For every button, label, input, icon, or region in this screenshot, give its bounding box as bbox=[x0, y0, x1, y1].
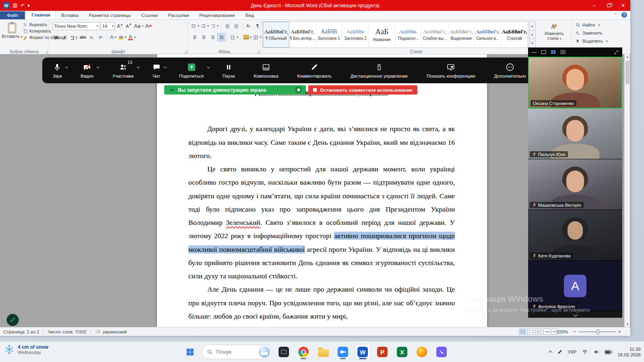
justify-icon[interactable] bbox=[217, 33, 225, 41]
tab-view[interactable]: Вид bbox=[240, 11, 259, 19]
audio-chevron-icon[interactable] bbox=[65, 66, 68, 68]
style-heading1[interactable]: АаБбВЗаголовок 1 bbox=[316, 22, 343, 47]
zoom-layout-button[interactable]: Компоновка bbox=[254, 62, 278, 78]
font-dialog-launcher-icon[interactable] bbox=[184, 50, 187, 53]
web-layout-view-icon[interactable] bbox=[535, 329, 542, 335]
subscript-button[interactable]: x₂ bbox=[88, 33, 96, 41]
style-emphasis[interactable]: АаБбВвГг,Выделение bbox=[448, 22, 475, 47]
scroll-down-icon[interactable]: ▼ bbox=[625, 323, 630, 326]
styles-scroll-up-icon[interactable]: ▲ bbox=[529, 21, 536, 31]
bold-button[interactable]: Ж bbox=[52, 33, 60, 41]
tab-home[interactable]: Главная bbox=[26, 10, 56, 19]
align-left-icon[interactable] bbox=[191, 33, 199, 41]
styles-scroll-down-icon[interactable]: ▼ bbox=[529, 31, 536, 39]
zoom-audio-button[interactable]: Звук bbox=[53, 62, 62, 78]
style-subtitle[interactable]: АаБбВв.Подзагол... bbox=[395, 22, 422, 47]
highlight-color-button[interactable]: ab▾ bbox=[118, 33, 127, 41]
zoom-remote-control-button[interactable]: Дистанционное управление bbox=[351, 62, 408, 78]
proofing-status[interactable]: украинский bbox=[95, 329, 127, 334]
weather-widget[interactable]: 4 cm of snow Wednesday bbox=[4, 344, 48, 355]
undo-icon[interactable]: ↶ bbox=[21, 3, 25, 8]
shrink-font-button[interactable]: А▼ bbox=[125, 22, 133, 30]
sort-icon[interactable]: А↓ bbox=[245, 22, 253, 30]
text-effects-button[interactable]: А▾ bbox=[109, 33, 117, 41]
clear-formatting-button[interactable]: А bbox=[144, 22, 153, 30]
share-chevron-icon[interactable] bbox=[207, 66, 210, 68]
zoom-track[interactable] bbox=[579, 331, 616, 332]
scroll-up-icon[interactable]: ▲ bbox=[625, 55, 630, 59]
font-size-select[interactable]: 14▾ bbox=[101, 22, 115, 30]
zoom-in-icon[interactable]: + bbox=[618, 329, 621, 335]
increase-indent-icon[interactable] bbox=[232, 22, 240, 30]
page-indicator[interactable]: Страница: 1 из 2 bbox=[3, 329, 39, 334]
ribbon-collapse-icon[interactable]: ⌃ bbox=[614, 12, 617, 18]
panel-expand-icon[interactable] bbox=[614, 50, 619, 55]
participant-tile[interactable]: Пильгун Юля bbox=[528, 109, 622, 159]
zoom-annotate-button[interactable]: Комментировать bbox=[297, 62, 332, 78]
replace-button[interactable]: ab Заменить bbox=[573, 29, 610, 37]
zoom-more-button[interactable]: Дополнительно bbox=[494, 62, 526, 78]
scrollbar-thumb[interactable] bbox=[625, 61, 630, 84]
volume-icon[interactable] bbox=[593, 349, 599, 355]
tab-review[interactable]: Рецензирование bbox=[194, 11, 240, 19]
chrome-button[interactable] bbox=[295, 344, 312, 360]
zoom-participants-button[interactable]: 13 Участники bbox=[112, 62, 134, 78]
style-strong[interactable]: АаБбВвГг,Строгий bbox=[501, 22, 528, 47]
change-case-button[interactable]: Аа▾ bbox=[134, 22, 144, 30]
minimize-button[interactable]: – bbox=[587, 0, 601, 11]
find-button[interactable]: Найти▾ bbox=[573, 21, 610, 29]
pen-tray-icon[interactable] bbox=[557, 349, 563, 355]
align-right-icon[interactable] bbox=[208, 33, 217, 41]
restore-button[interactable] bbox=[601, 0, 616, 11]
security-shield-icon[interactable] bbox=[295, 86, 302, 93]
participants-chevron-icon[interactable] bbox=[137, 66, 140, 68]
save-icon[interactable] bbox=[12, 3, 18, 8]
style-normal[interactable]: АаБбВвГг,¶ Обычный bbox=[263, 22, 289, 47]
word-app-button[interactable]: W bbox=[355, 344, 371, 360]
multilevel-list-icon[interactable]: ▾ bbox=[210, 22, 219, 30]
paste-button[interactable]: Вставить▾ bbox=[2, 22, 23, 39]
outline-view-icon[interactable] bbox=[543, 329, 550, 335]
battery-icon[interactable] bbox=[605, 350, 612, 355]
style-title[interactable]: АаБНазвание bbox=[369, 22, 395, 47]
search-input[interactable] bbox=[216, 349, 253, 355]
underline-button[interactable]: Ч▾ bbox=[70, 33, 78, 41]
style-intense-emphasis[interactable]: АаБбВвГг,Сильное в... bbox=[475, 22, 501, 47]
select-button[interactable]: Выделить▾ bbox=[573, 37, 610, 45]
zoom-show-meeting-button[interactable]: Показать конференцию bbox=[427, 62, 475, 78]
panel-minimize-icon[interactable]: — bbox=[532, 49, 537, 55]
video-chevron-icon[interactable] bbox=[97, 66, 99, 68]
italic-button[interactable]: К bbox=[61, 33, 69, 41]
powerpoint-app-button[interactable]: P bbox=[374, 344, 390, 360]
tab-mailings[interactable]: Рассылки bbox=[163, 11, 194, 19]
task-view-button[interactable] bbox=[276, 344, 292, 360]
file-explorer-button[interactable] bbox=[315, 344, 331, 360]
align-center-icon[interactable] bbox=[200, 33, 208, 41]
style-no-spacing[interactable]: АаБбВвГг,¶ Без интер... bbox=[289, 22, 316, 47]
zoom-out-icon[interactable]: − bbox=[573, 329, 576, 335]
grid-view-icon[interactable] bbox=[560, 50, 566, 54]
style-heading2[interactable]: АаБбВвЗаголовок 2 bbox=[342, 22, 369, 47]
wifi-icon[interactable] bbox=[582, 349, 588, 355]
strikethrough-button[interactable]: abc bbox=[79, 33, 87, 41]
zoom-pause-button[interactable]: Пауза bbox=[223, 62, 235, 78]
word-count[interactable]: Число слов: 7/302 bbox=[47, 329, 87, 334]
style-subtle-emphasis[interactable]: АаБбВвГг,Слабое вы... bbox=[422, 22, 448, 47]
styles-more-icon[interactable]: ▼ bbox=[529, 39, 536, 48]
zoom-thumb[interactable] bbox=[597, 329, 599, 334]
zoom-app-button[interactable] bbox=[335, 344, 351, 360]
tab-file[interactable]: Файл bbox=[0, 11, 25, 19]
firefox-app-button[interactable] bbox=[414, 344, 430, 360]
gallery-view-icon[interactable] bbox=[551, 50, 556, 54]
speaker-view-icon[interactable] bbox=[541, 50, 546, 54]
print-layout-view-icon[interactable] bbox=[519, 329, 526, 335]
zoom-level[interactable]: 100% bbox=[556, 329, 568, 334]
clock[interactable]: 11:39 16.02.2026 bbox=[617, 346, 641, 358]
change-styles-button[interactable]: А Изменить стили▾ bbox=[539, 22, 570, 41]
annotation-tool-button[interactable] bbox=[6, 314, 19, 326]
zoom-video-button[interactable]: Видео bbox=[80, 62, 93, 78]
excel-app-button[interactable]: X bbox=[394, 344, 410, 360]
bullets-icon[interactable]: ▾ bbox=[191, 22, 200, 30]
clipboard-dialog-launcher-icon[interactable] bbox=[45, 50, 48, 53]
search-weather-thumbnail[interactable] bbox=[259, 346, 270, 358]
